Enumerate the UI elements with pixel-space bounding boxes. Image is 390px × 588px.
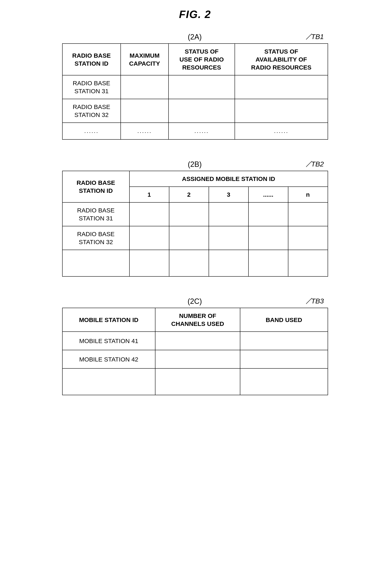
- tb3-row3-col1: [62, 368, 155, 395]
- tb2-row1-col2: [129, 202, 169, 226]
- tb1-col-max-cap: MAXIMUMCAPACITY: [121, 44, 169, 75]
- tb2-subheader-3: 3: [209, 187, 248, 202]
- tb3-row2-col1: MOBILE STATION 42: [62, 350, 155, 368]
- tb1-row2-col4: [235, 99, 328, 123]
- tb3-col-band: BAND USED: [240, 308, 328, 332]
- tb3-row3-col3: [240, 368, 328, 395]
- table-row: MOBILE STATION 41: [62, 332, 328, 350]
- tb1-col-status-use: STATUS OFUSE OF RADIORESOURCES: [169, 44, 235, 75]
- tb2-row2-col2: [129, 226, 169, 250]
- tb2-row3-col2: [129, 250, 169, 276]
- tb2-row1-col4: [209, 202, 248, 226]
- table-row: MOBILE STATION 42: [62, 350, 328, 368]
- section-tb3: (2C) TB3 MOBILE STATION ID NUMBER OFCHAN…: [62, 297, 328, 395]
- tb2-row1-col3: [169, 202, 209, 226]
- tb3-tag: TB3: [311, 297, 324, 305]
- tb3-row2-col3: [240, 350, 328, 368]
- section-tb2: (2B) TB2 RADIO BASESTATION ID ASSIGNED M…: [62, 160, 328, 277]
- tb2-subheader-dots: ......: [248, 187, 288, 202]
- tb1-col-status-avail: STATUS OFAVAILABILITY OFRADIO RESOURCES: [235, 44, 328, 75]
- table-row: [62, 368, 328, 395]
- tb1-row1-col4: [235, 75, 328, 99]
- tb3-col-mobile-id: MOBILE STATION ID: [62, 308, 155, 332]
- tb2-row2-col5: [248, 226, 288, 250]
- table-row: [62, 250, 328, 276]
- tb1-row1-col2: [121, 75, 169, 99]
- tb2-row1-col6: [288, 202, 328, 226]
- tb1-row3-col1: ......: [62, 123, 121, 139]
- tb3-row2-col2: [155, 350, 240, 368]
- tb1-label: (2A): [79, 33, 311, 41]
- tb2-col-assigned: ASSIGNED MOBILE STATION ID: [129, 171, 328, 187]
- tb2-row1-col5: [248, 202, 288, 226]
- tb1-row3-col3: ......: [169, 123, 235, 139]
- table-row: RADIO BASESTATION 31: [62, 75, 328, 99]
- tb1-row2-col3: [169, 99, 235, 123]
- tb2-tag: TB2: [311, 160, 324, 168]
- table-row: RADIO BASESTATION 32: [62, 99, 328, 123]
- tb2-row2-col6: [288, 226, 328, 250]
- tb2-row3-col1: [62, 250, 129, 276]
- section-tb1: (2A) TB1 RADIO BASESTATION ID MAXIMUMCAP…: [62, 33, 328, 140]
- tb1-row1-col1: RADIO BASESTATION 31: [62, 75, 121, 99]
- table-tb1: RADIO BASESTATION ID MAXIMUMCAPACITY STA…: [62, 43, 328, 140]
- tb1-row2-col2: [121, 99, 169, 123]
- tb2-subheader-1: 1: [129, 187, 169, 202]
- tb2-row2-col3: [169, 226, 209, 250]
- tb3-col-channels: NUMBER OFCHANNELS USED: [155, 308, 240, 332]
- tb2-row3-col5: [248, 250, 288, 276]
- tb2-col-station-id: RADIO BASESTATION ID: [62, 171, 129, 202]
- tb2-row2-col1: RADIO BASESTATION 32: [62, 226, 129, 250]
- table-tb2: RADIO BASESTATION ID ASSIGNED MOBILE STA…: [62, 171, 328, 277]
- tb2-row3-col6: [288, 250, 328, 276]
- tb1-tag: TB1: [311, 33, 324, 41]
- tb3-row1-col1: MOBILE STATION 41: [62, 332, 155, 350]
- tb2-row3-col3: [169, 250, 209, 276]
- tb1-row2-col1: RADIO BASESTATION 32: [62, 99, 121, 123]
- tb1-row3-col2: ......: [121, 123, 169, 139]
- tb2-subheader-n: n: [288, 187, 328, 202]
- tb1-col-station-id: RADIO BASESTATION ID: [62, 44, 121, 75]
- tb3-row1-col3: [240, 332, 328, 350]
- tb3-row1-col2: [155, 332, 240, 350]
- tb2-row1-col1: RADIO BASESTATION 31: [62, 202, 129, 226]
- tb3-label: (2C): [79, 297, 311, 306]
- tb3-row3-col2: [155, 368, 240, 395]
- tb2-label: (2B): [79, 160, 311, 169]
- table-row: ...... ...... ...... ......: [62, 123, 328, 139]
- tb2-row2-col4: [209, 226, 248, 250]
- tb2-subheader-2: 2: [169, 187, 209, 202]
- tb1-row3-col4: ......: [235, 123, 328, 139]
- table-tb3: MOBILE STATION ID NUMBER OFCHANNELS USED…: [62, 308, 328, 395]
- page-title: FIG. 2: [179, 8, 211, 20]
- table-row: RADIO BASESTATION 31: [62, 202, 328, 226]
- table-row: RADIO BASESTATION 32: [62, 226, 328, 250]
- tb2-row3-col4: [209, 250, 248, 276]
- tb1-row1-col3: [169, 75, 235, 99]
